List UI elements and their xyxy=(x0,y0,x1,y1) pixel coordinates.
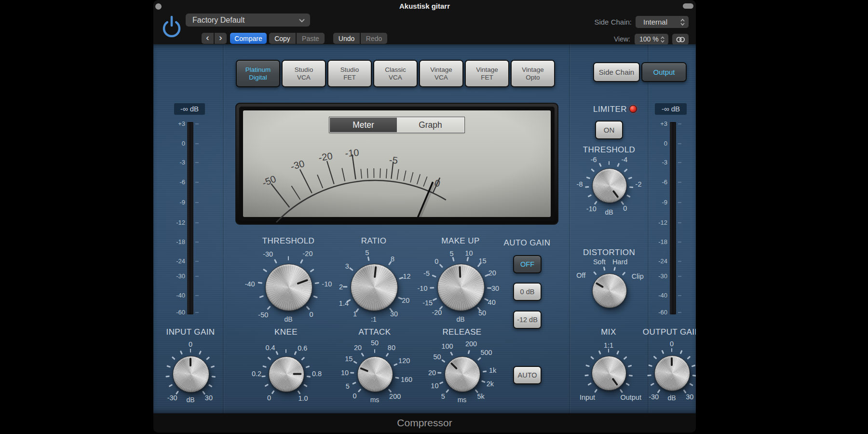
knob-scale-label: 80 xyxy=(388,344,395,352)
knob-scale-label: 50 xyxy=(478,309,486,317)
model-button-label: Studio xyxy=(295,66,313,74)
meter-scale-label: +3 xyxy=(163,120,185,128)
knob-tick xyxy=(288,256,289,260)
model-button-studio-vca[interactable]: StudioVCA xyxy=(282,60,326,87)
window-dot-icon[interactable] xyxy=(155,3,162,10)
preset-selector[interactable]: Factory Default xyxy=(186,14,310,27)
knob-scale-label: 1 xyxy=(353,310,357,318)
knob-scale-label: 0 xyxy=(353,392,356,400)
copy-button[interactable]: Copy xyxy=(269,33,296,44)
limiter-on-button[interactable]: ON xyxy=(595,121,623,139)
input-level-readout: -∞ dB xyxy=(174,103,205,115)
auto-gain-minus12db-button[interactable]: -12 dB xyxy=(513,311,542,329)
window-title: Akustisk gitarr xyxy=(399,2,450,10)
output-level-meter xyxy=(670,122,676,314)
plugin-name: Compressor xyxy=(397,417,452,429)
knob-scale-label: 10 xyxy=(465,249,473,257)
meter-scale-tick xyxy=(678,242,681,243)
meter-scale-label: +3 xyxy=(645,120,667,128)
knob-tick xyxy=(374,349,376,353)
compare-button[interactable]: Compare xyxy=(230,33,267,44)
auto-gain-off-button[interactable]: OFF xyxy=(513,255,542,273)
knob-release[interactable] xyxy=(445,356,480,392)
model-button-vintage-opto[interactable]: VintageOpto xyxy=(511,60,555,87)
auto-gain-0db-button[interactable]: 0 dB xyxy=(513,283,542,301)
knob-unit: ms xyxy=(458,396,467,404)
vu-scale-label: -5 xyxy=(389,154,398,165)
chevron-down-icon xyxy=(298,18,305,23)
auto-release-button[interactable]: AUTO xyxy=(513,366,542,384)
knob-scale-label: 5 xyxy=(441,393,445,400)
window-resize-lozenge-icon[interactable] xyxy=(683,3,693,9)
side-chain-select[interactable]: Internal xyxy=(636,16,689,28)
knob-scale-label: 20 xyxy=(354,344,362,352)
side-chain-value: Internal xyxy=(643,18,667,26)
model-button-label: Vintage xyxy=(430,66,452,74)
knob-tick xyxy=(350,372,354,374)
panel-seam xyxy=(648,44,649,413)
model-button-studio-fet[interactable]: StudioFET xyxy=(327,60,372,87)
meter-scale-tick xyxy=(678,162,681,163)
previous-preset-button[interactable]: ‹ xyxy=(202,33,214,44)
knob-scale-label: 1k xyxy=(489,366,496,374)
next-preset-button[interactable]: › xyxy=(215,33,227,44)
knob-scale-label: -15 xyxy=(422,299,433,307)
knob-makeup[interactable] xyxy=(437,264,485,311)
knob-scale-label: 1.0 xyxy=(298,394,308,402)
knob-scale-label: -40 xyxy=(245,280,255,288)
knob-attack[interactable] xyxy=(357,356,393,392)
undo-button[interactable]: Undo xyxy=(333,33,360,44)
knob-scale-label: 0 xyxy=(434,258,438,265)
knob-tick xyxy=(671,348,673,352)
knob-unit: dB xyxy=(186,396,194,404)
model-button-label: Opto xyxy=(526,74,540,81)
knob-scale-label: 30 xyxy=(491,285,499,292)
knob-title: THRESHOLD xyxy=(583,145,635,155)
model-button-classic-vca[interactable]: ClassicVCA xyxy=(373,60,418,87)
knob-scale-label: -4 xyxy=(621,156,627,163)
knob-unit: dB xyxy=(456,315,464,323)
model-button-platinum-digital[interactable]: PlatinumDigital xyxy=(236,60,280,87)
knob-scale-label: 0.4 xyxy=(266,344,275,352)
tab-graph[interactable]: Graph xyxy=(397,118,464,132)
meter-scale-tick xyxy=(195,182,199,183)
knob-distortion[interactable] xyxy=(592,273,627,308)
view-zoom-select[interactable]: 100 % xyxy=(635,34,668,45)
knob-scale-label: 2k xyxy=(487,380,494,388)
knob-scale-label: 20 xyxy=(488,269,496,277)
knob-needle xyxy=(293,373,301,375)
knob-scale-label: -10 xyxy=(322,280,332,288)
model-button-vintage-vca[interactable]: VintageVCA xyxy=(419,60,463,87)
knob-scale-label: 20 xyxy=(402,297,409,304)
toggle-button-side-chain[interactable]: Side Chain xyxy=(593,62,640,82)
tab-meter[interactable]: Meter xyxy=(330,118,397,132)
knob-mix[interactable] xyxy=(592,356,626,391)
knob-scale-label: 20 xyxy=(428,369,436,377)
link-button[interactable] xyxy=(672,34,689,45)
knob-scale-label: 40 xyxy=(488,298,496,306)
knob-scale-label: -5 xyxy=(423,270,430,277)
model-button-vintage-fet[interactable]: VintageFET xyxy=(465,60,509,87)
knob-title: MAKE UP xyxy=(441,236,479,246)
model-button-label: FET xyxy=(343,74,356,81)
paste-button[interactable]: Paste xyxy=(297,33,325,44)
meter-scale-label: -12 xyxy=(163,219,185,227)
knob-title: ATTACK xyxy=(359,327,391,337)
knob-limiter-threshold[interactable] xyxy=(592,168,627,203)
knob-scale-label: 30 xyxy=(390,310,398,318)
power-button[interactable] xyxy=(161,14,183,39)
knob-title: OUTPUT GAIN xyxy=(643,327,696,337)
knob-scale-label: 0 xyxy=(189,340,192,348)
meter-scale-label: 0 xyxy=(645,140,667,148)
knob-threshold[interactable] xyxy=(265,264,312,311)
knob-scale-label: 5 xyxy=(365,249,369,257)
knob-scale-label: 2 xyxy=(339,283,343,291)
meter-scale-label: -30 xyxy=(163,272,185,280)
knob-title: DISTORTION xyxy=(583,248,635,258)
knob-scale-label: 5k xyxy=(477,393,485,400)
toggle-button-output[interactable]: Output xyxy=(641,62,687,82)
knob-scale-label: 10 xyxy=(431,382,438,390)
knob-unit: :1 xyxy=(371,315,377,323)
meter-scale-tick xyxy=(678,222,681,223)
redo-button[interactable]: Redo xyxy=(361,33,387,44)
